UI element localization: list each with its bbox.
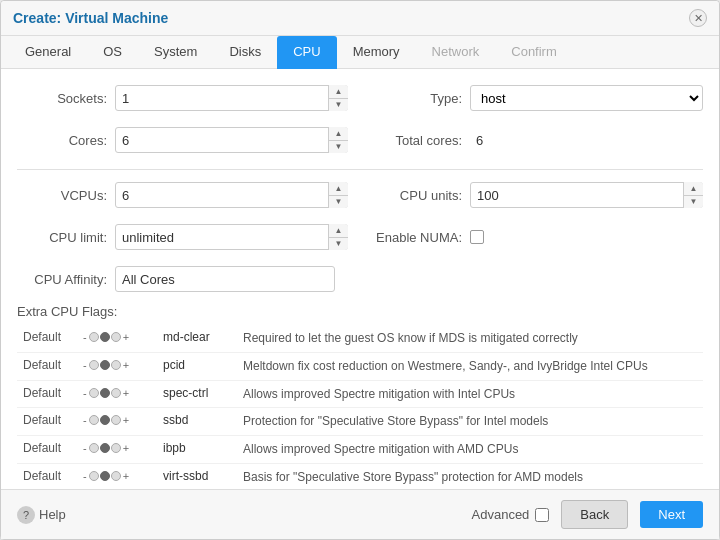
- toggle-circle-3-2[interactable]: [111, 415, 121, 425]
- cores-row: Cores: ▲ ▼: [17, 127, 348, 153]
- cpu-units-row: CPU units: ▲ ▼: [372, 182, 703, 208]
- tab-cpu[interactable]: CPU: [277, 36, 336, 69]
- tab-memory[interactable]: Memory: [337, 36, 416, 69]
- sockets-label: Sockets:: [17, 91, 107, 106]
- tab-system[interactable]: System: [138, 36, 213, 69]
- tab-disks[interactable]: Disks: [213, 36, 277, 69]
- toggle-circle-5-1[interactable]: [100, 471, 110, 481]
- advanced-checkbox[interactable]: [535, 508, 549, 522]
- vcpus-row: VCPUs: ▲ ▼: [17, 182, 348, 208]
- toggle-circle-2-0[interactable]: [89, 388, 99, 398]
- flag-row-2: Default-+spec-ctrlAllows improved Spectr…: [17, 380, 703, 408]
- flag-minus-2[interactable]: -: [83, 387, 87, 399]
- sockets-row: Sockets: ▲ ▼: [17, 85, 348, 111]
- toggle-circle-2-1[interactable]: [100, 388, 110, 398]
- flag-toggle-2: -+: [77, 380, 157, 408]
- sockets-input-wrap: ▲ ▼: [115, 85, 348, 111]
- flag-row-1: Default-+pcidMeltdown fix cost reduction…: [17, 352, 703, 380]
- enable-numa-checkbox[interactable]: [470, 230, 484, 244]
- close-button[interactable]: ✕: [689, 9, 707, 27]
- flag-name-4: ibpb: [157, 436, 237, 464]
- flag-toggle-5: -+: [77, 463, 157, 489]
- cores-down[interactable]: ▼: [329, 141, 348, 154]
- toggle-circle-1-2[interactable]: [111, 360, 121, 370]
- help-icon: ?: [17, 506, 35, 524]
- cpu-limit-input-wrap: ▲ ▼: [115, 224, 348, 250]
- tab-confirm: Confirm: [495, 36, 573, 69]
- flag-row-5: Default-+virt-ssbdBasis for "Speculative…: [17, 463, 703, 489]
- enable-numa-label: Enable NUMA:: [372, 230, 462, 245]
- flag-desc-4: Allows improved Spectre mitigation with …: [237, 436, 703, 464]
- flag-minus-5[interactable]: -: [83, 470, 87, 482]
- cpu-affinity-label: CPU Affinity:: [17, 272, 107, 287]
- back-button[interactable]: Back: [561, 500, 628, 529]
- flag-minus-0[interactable]: -: [83, 331, 87, 343]
- toggle-circle-0-2[interactable]: [111, 332, 121, 342]
- vcpus-input[interactable]: [115, 182, 348, 208]
- flag-desc-3: Protection for "Speculative Store Bypass…: [237, 408, 703, 436]
- footer-right: Advanced Back Next: [472, 500, 703, 529]
- vcpus-up[interactable]: ▲: [329, 182, 348, 196]
- total-cores-row: Total cores: 6: [372, 127, 703, 153]
- flag-row-4: Default-+ibpbAllows improved Spectre mit…: [17, 436, 703, 464]
- main-content: Sockets: ▲ ▼ Type: host: [1, 69, 719, 489]
- cpu-limit-down[interactable]: ▼: [329, 238, 348, 251]
- flags-table: Default-+md-clearRequired to let the gue…: [17, 325, 703, 489]
- flag-minus-3[interactable]: -: [83, 414, 87, 426]
- tab-general[interactable]: General: [9, 36, 87, 69]
- flag-plus-0[interactable]: +: [123, 331, 129, 343]
- flag-default-4: Default: [17, 436, 77, 464]
- flag-desc-1: Meltdown fix cost reduction on Westmere,…: [237, 352, 703, 380]
- sockets-up[interactable]: ▲: [329, 85, 348, 99]
- toggle-circle-4-1[interactable]: [100, 443, 110, 453]
- cpu-limit-up[interactable]: ▲: [329, 224, 348, 238]
- next-button[interactable]: Next: [640, 501, 703, 528]
- cpu-affinity-input-wrap: [115, 266, 335, 292]
- cpu-affinity-row: CPU Affinity:: [17, 266, 703, 292]
- cpu-limit-input[interactable]: [115, 224, 348, 250]
- cpu-units-down[interactable]: ▼: [684, 196, 703, 209]
- cpu-affinity-input[interactable]: [115, 266, 335, 292]
- help-button[interactable]: ? Help: [17, 506, 66, 524]
- flag-plus-4[interactable]: +: [123, 442, 129, 454]
- cores-up[interactable]: ▲: [329, 127, 348, 141]
- toggle-circle-0-0[interactable]: [89, 332, 99, 342]
- tab-os[interactable]: OS: [87, 36, 138, 69]
- toggle-circle-1-1[interactable]: [100, 360, 110, 370]
- dialog-title: Create: Virtual Machine: [13, 10, 168, 26]
- flag-desc-0: Required to let the guest OS know if MDS…: [237, 325, 703, 352]
- cpu-units-input-wrap: ▲ ▼: [470, 182, 703, 208]
- type-select[interactable]: host: [470, 85, 703, 111]
- toggle-circle-4-0[interactable]: [89, 443, 99, 453]
- flag-name-5: virt-ssbd: [157, 463, 237, 489]
- vcpus-down[interactable]: ▼: [329, 196, 348, 209]
- toggle-circle-3-1[interactable]: [100, 415, 110, 425]
- flag-minus-4[interactable]: -: [83, 442, 87, 454]
- toggle-circle-0-1[interactable]: [100, 332, 110, 342]
- footer: ? Help Advanced Back Next: [1, 489, 719, 539]
- sockets-input[interactable]: [115, 85, 348, 111]
- cpu-units-up[interactable]: ▲: [684, 182, 703, 196]
- cpu-units-input[interactable]: [470, 182, 703, 208]
- flag-toggle-1: -+: [77, 352, 157, 380]
- toggle-circle-2-2[interactable]: [111, 388, 121, 398]
- toggle-circle-3-0[interactable]: [89, 415, 99, 425]
- total-cores-label: Total cores:: [372, 133, 462, 148]
- flag-plus-5[interactable]: +: [123, 470, 129, 482]
- extra-flags-label: Extra CPU Flags:: [17, 304, 703, 319]
- flag-plus-3[interactable]: +: [123, 414, 129, 426]
- flag-plus-1[interactable]: +: [123, 359, 129, 371]
- toggle-circle-4-2[interactable]: [111, 443, 121, 453]
- cores-input-wrap: ▲ ▼: [115, 127, 348, 153]
- flag-plus-2[interactable]: +: [123, 387, 129, 399]
- flag-desc-2: Allows improved Spectre mitigation with …: [237, 380, 703, 408]
- type-label: Type:: [372, 91, 462, 106]
- cores-input[interactable]: [115, 127, 348, 153]
- advanced-wrap: Advanced: [472, 507, 550, 522]
- toggle-circle-5-0[interactable]: [89, 471, 99, 481]
- toggle-circle-1-0[interactable]: [89, 360, 99, 370]
- flag-row-3: Default-+ssbdProtection for "Speculative…: [17, 408, 703, 436]
- sockets-down[interactable]: ▼: [329, 99, 348, 112]
- flag-minus-1[interactable]: -: [83, 359, 87, 371]
- toggle-circle-5-2[interactable]: [111, 471, 121, 481]
